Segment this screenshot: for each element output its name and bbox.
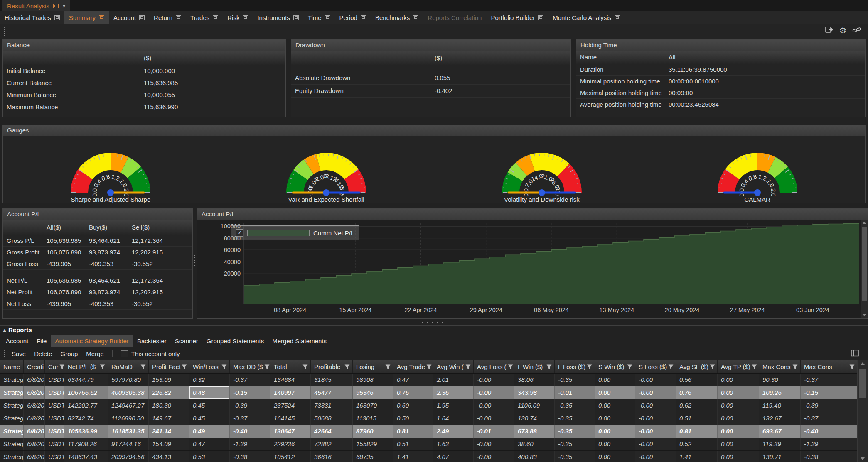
table-cell[interactable]: Strateg [0,438,24,450]
table-cell[interactable]: -0.00 [474,399,514,412]
filter-icon[interactable] [849,364,855,369]
table-cell[interactable]: -0.40 [801,425,858,438]
table-cell[interactable]: -0.00 [635,438,676,450]
table-cell[interactable]: 148637.43 [64,451,108,462]
column-header[interactable]: L Win ($) [514,360,555,373]
table-cell[interactable]: 0.00 [595,412,635,425]
column-header[interactable]: Max DD ($ [230,360,270,373]
table-cell[interactable]: -0.39 [230,399,270,412]
table-cell[interactable]: 153.09 [149,374,189,386]
table-cell[interactable]: -0.37 [801,374,858,386]
table-cell[interactable]: 673.88 [514,425,555,438]
table-cell[interactable]: -0.38 [230,451,270,462]
column-header[interactable]: Max Cons [801,360,858,373]
column-header[interactable]: S Win ($) [595,360,635,373]
reports-tab-backtester[interactable]: Backtester [133,335,171,347]
table-row[interactable]: Strateg6/8/20USDT148637.432099794.56434.… [0,451,858,462]
filter-icon[interactable] [627,364,632,369]
table-cell[interactable]: 0.00 [718,412,759,425]
chart-vertical-scrollbar[interactable] [861,220,868,318]
table-row[interactable]: Strateg6/8/20USDT82742.741126890.50149.6… [0,412,858,425]
table-cell[interactable]: -0.38 [801,451,858,462]
window-icon[interactable] [213,15,218,20]
tab-monte-carlo-analysis[interactable]: Monte Carlo Analysis [548,11,625,24]
table-cell[interactable]: Strateg [0,399,24,412]
scroll-down-arrow[interactable] [861,457,865,460]
window-icon[interactable] [413,15,418,20]
table-cell[interactable]: 134684 [270,374,311,386]
column-header[interactable]: Creatic [24,360,45,373]
table-cell[interactable]: 31845 [311,374,353,386]
table-cell[interactable]: -0.35 [555,399,595,412]
scroll-down-arrow[interactable] [862,314,866,316]
window-icon[interactable] [615,15,620,20]
table-cell[interactable]: Strateg [0,412,24,425]
table-cell[interactable]: 0.48 [189,386,230,399]
collapse-icon[interactable]: ▴ [3,327,6,333]
table-cell[interactable]: -0.00 [635,451,676,462]
table-cell[interactable]: 241.14 [149,425,189,438]
table-cell[interactable]: 693.67 [759,425,801,438]
table-cell[interactable]: 0.00 [718,374,759,386]
table-row[interactable]: Strateg6/8/20USDT105636.991618531.35241.… [0,425,858,438]
table-cell[interactable]: 6/8/20 [24,425,45,438]
reports-section-header[interactable]: ▴ Reports [3,326,32,333]
table-cell[interactable]: 0.45 [189,399,230,412]
grid-vertical-scrollbar[interactable] [857,360,868,462]
table-cell[interactable]: 119.39 [759,438,801,450]
table-cell[interactable]: Strateg [0,451,24,462]
reports-tab-scanner[interactable]: Scanner [171,335,202,347]
table-cell[interactable]: 0.81 [393,425,433,438]
table-cell[interactable]: 87960 [353,425,393,438]
table-cell[interactable]: 117908.26 [64,438,108,450]
column-header[interactable]: Max Cons [759,360,801,373]
table-cell[interactable]: -1.39 [230,438,270,450]
tab-summary[interactable]: Summary [64,11,109,24]
section-splitter[interactable] [421,321,446,323]
column-header[interactable]: Avg Loss ( [474,360,514,373]
table-cell[interactable]: 1106.09 [514,399,555,412]
reports-tab-grouped-statements[interactable]: Grouped Statements [202,335,268,347]
filter-icon[interactable] [302,364,308,369]
table-cell[interactable]: -0.00 [635,425,676,438]
checkbox[interactable] [121,350,128,357]
table-cell[interactable]: USDT [45,386,64,399]
table-cell[interactable]: 0.00 [595,451,635,462]
filter-icon[interactable] [59,364,64,369]
filter-icon[interactable] [792,364,798,369]
tab-account[interactable]: Account [109,11,149,24]
table-row[interactable]: Strateg6/8/20USDT117908.26917244.16154.0… [0,438,858,451]
window-icon[interactable] [538,15,543,20]
table-cell[interactable]: -1.39 [801,438,858,450]
filter-icon[interactable] [710,364,715,369]
table-cell[interactable]: -0.00 [635,374,676,386]
table-cell[interactable]: 0.00 [595,374,635,386]
column-header[interactable]: Avg SL ($) [676,360,718,373]
table-cell[interactable]: 82742.74 [64,412,108,425]
table-cell[interactable]: -0.15 [230,386,270,399]
filter-icon[interactable] [221,364,227,369]
table-cell[interactable]: 0.00 [718,438,759,450]
table-cell[interactable]: 4009305.38 [108,386,149,399]
table-cell[interactable]: 0.00 [595,438,635,450]
reports-tab-account[interactable]: Account [2,335,32,347]
table-cell[interactable]: 0.81 [676,425,718,438]
table-cell[interactable]: 0.60 [393,399,433,412]
table-cell[interactable]: 0.00 [718,451,759,462]
table-cell[interactable]: 0.49 [189,425,230,438]
table-cell[interactable]: 36616 [311,451,353,462]
table-cell[interactable]: 142202.77 [64,399,108,412]
table-cell[interactable]: 149.67 [149,412,189,425]
table-cell[interactable]: 0.00 [595,399,635,412]
table-cell[interactable]: 98908 [353,374,393,386]
scroll-thumb[interactable] [859,369,866,398]
table-cell[interactable]: -0.35 [555,438,595,450]
table-cell[interactable]: 6/8/20 [24,386,45,399]
table-cell[interactable]: 68735 [353,451,393,462]
window-icon[interactable] [176,15,181,20]
table-cell[interactable]: USDT [45,425,64,438]
table-cell[interactable]: 1.64 [433,412,474,425]
table-cell[interactable]: 0.50 [393,412,433,425]
chart-legend[interactable]: ✓ Cumm Net P/L [231,225,359,240]
table-cell[interactable]: 6/8/20 [24,399,45,412]
